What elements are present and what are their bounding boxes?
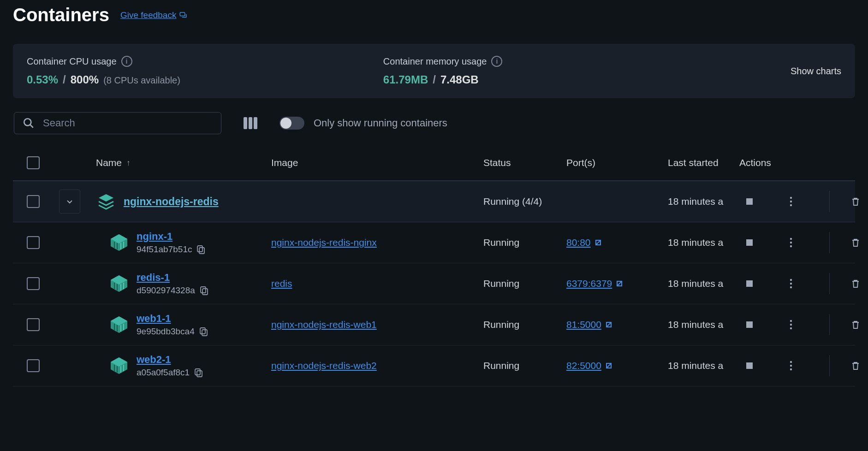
info-icon[interactable]: i bbox=[121, 56, 132, 67]
action-divider bbox=[829, 191, 830, 212]
svg-point-12 bbox=[790, 320, 792, 322]
row-checkbox[interactable] bbox=[27, 277, 40, 290]
search-box[interactable] bbox=[14, 112, 221, 134]
trash-icon bbox=[850, 196, 861, 207]
stop-button[interactable] bbox=[739, 232, 760, 253]
port-link[interactable]: 80:80 bbox=[566, 237, 602, 248]
sort-up-icon[interactable]: ↑ bbox=[126, 158, 131, 168]
status-text: Running bbox=[483, 237, 566, 248]
open-external-icon bbox=[605, 321, 612, 328]
delete-button[interactable] bbox=[845, 315, 866, 335]
last-started-text: 18 minutes a bbox=[668, 237, 739, 248]
port-link[interactable]: 6379:6379 bbox=[566, 278, 623, 289]
columns-button[interactable] bbox=[241, 114, 260, 132]
table-row: redis-1d5902974328aredisRunning6379:6379… bbox=[13, 263, 855, 304]
table-row: web2-1a05a0f5af8c1nginx-nodejs-redis-web… bbox=[13, 345, 855, 386]
copy-icon[interactable] bbox=[200, 286, 208, 296]
col-name[interactable]: Name bbox=[96, 157, 122, 168]
action-divider bbox=[829, 355, 830, 376]
last-started-text: 18 minutes a bbox=[668, 278, 739, 289]
delete-button[interactable] bbox=[845, 356, 866, 376]
stop-button[interactable] bbox=[739, 356, 760, 376]
container-icon bbox=[109, 232, 129, 253]
more-menu-button[interactable] bbox=[781, 273, 801, 294]
row-checkbox[interactable] bbox=[27, 359, 40, 372]
copy-icon[interactable] bbox=[196, 245, 205, 255]
container-icon bbox=[109, 273, 129, 294]
cpu-total: 800% bbox=[71, 73, 99, 86]
copy-icon[interactable] bbox=[194, 368, 203, 378]
search-input[interactable] bbox=[43, 117, 213, 129]
action-divider bbox=[829, 232, 830, 253]
row-checkbox[interactable] bbox=[27, 318, 40, 331]
container-name-link[interactable]: web1-1 bbox=[137, 313, 208, 325]
col-ports[interactable]: Port(s) bbox=[566, 157, 668, 168]
expand-button[interactable] bbox=[59, 190, 80, 214]
chevron-down-icon bbox=[66, 198, 73, 205]
search-icon bbox=[23, 117, 35, 129]
containers-table: Name ↑ Image Status Port(s) Last started… bbox=[13, 145, 855, 386]
svg-point-11 bbox=[790, 286, 792, 288]
col-last-started[interactable]: Last started bbox=[668, 157, 739, 168]
memory-total: 7.48GB bbox=[440, 73, 479, 86]
image-link[interactable]: nginx-nodejs-redis-nginx bbox=[271, 237, 377, 248]
port-link[interactable]: 82:5000 bbox=[566, 360, 612, 371]
stats-bar: Container CPU usage i 0.53% / 800% (8 CP… bbox=[13, 44, 855, 98]
running-only-toggle[interactable] bbox=[279, 117, 304, 130]
stop-button[interactable] bbox=[739, 273, 760, 294]
cpu-label: Container CPU usage bbox=[27, 56, 117, 67]
container-icon bbox=[109, 315, 129, 335]
toggle-knob bbox=[280, 118, 291, 129]
container-name-link[interactable]: web2-1 bbox=[137, 354, 203, 366]
copy-icon[interactable] bbox=[199, 327, 208, 337]
col-actions: Actions bbox=[739, 157, 868, 168]
port-link[interactable]: 81:5000 bbox=[566, 319, 612, 330]
more-menu-button[interactable] bbox=[781, 191, 801, 212]
container-hash: d5902974328a bbox=[137, 285, 195, 296]
give-feedback-link[interactable]: Give feedback bbox=[120, 10, 187, 20]
more-vertical-icon bbox=[790, 361, 792, 371]
trash-icon bbox=[850, 279, 861, 289]
page-title: Containers bbox=[13, 5, 109, 25]
image-link[interactable]: redis bbox=[271, 278, 292, 289]
more-menu-button[interactable] bbox=[781, 356, 801, 376]
more-menu-button[interactable] bbox=[781, 232, 801, 253]
feedback-icon bbox=[179, 11, 187, 19]
info-icon[interactable]: i bbox=[491, 56, 502, 67]
col-image[interactable]: Image bbox=[271, 157, 483, 168]
select-all-checkbox[interactable] bbox=[27, 156, 40, 169]
col-status[interactable]: Status bbox=[483, 157, 566, 168]
svg-point-17 bbox=[790, 368, 792, 370]
delete-button[interactable] bbox=[845, 273, 866, 294]
show-charts-button[interactable]: Show charts bbox=[791, 66, 841, 77]
group-name-link[interactable]: nginx-nodejs-redis bbox=[124, 196, 219, 208]
status-text: Running bbox=[483, 278, 566, 289]
container-name-link[interactable]: nginx-1 bbox=[137, 231, 205, 243]
open-external-icon bbox=[616, 280, 623, 287]
delete-button[interactable] bbox=[845, 191, 866, 212]
stop-icon bbox=[746, 280, 753, 287]
container-hash: a05a0f5af8c1 bbox=[137, 368, 190, 378]
svg-point-3 bbox=[790, 197, 792, 199]
svg-point-8 bbox=[790, 245, 792, 247]
svg-point-9 bbox=[790, 279, 792, 281]
stop-button[interactable] bbox=[739, 191, 760, 212]
svg-point-1 bbox=[24, 119, 31, 125]
delete-button[interactable] bbox=[845, 232, 866, 253]
more-menu-button[interactable] bbox=[781, 315, 801, 335]
image-link[interactable]: nginx-nodejs-redis-web2 bbox=[271, 360, 377, 371]
trash-icon bbox=[850, 361, 861, 371]
row-checkbox[interactable] bbox=[27, 236, 40, 249]
stop-button[interactable] bbox=[739, 315, 760, 335]
stop-icon bbox=[746, 239, 753, 246]
table-header: Name ↑ Image Status Port(s) Last started… bbox=[13, 145, 855, 181]
cpu-note: (8 CPUs available) bbox=[103, 75, 180, 86]
cpu-stat: Container CPU usage i 0.53% / 800% (8 CP… bbox=[27, 56, 180, 86]
svg-point-4 bbox=[790, 201, 792, 202]
feedback-label: Give feedback bbox=[120, 10, 176, 20]
container-name-link[interactable]: redis-1 bbox=[137, 272, 208, 284]
row-checkbox[interactable] bbox=[27, 195, 40, 208]
image-link[interactable]: nginx-nodejs-redis-web1 bbox=[271, 319, 377, 330]
svg-point-5 bbox=[790, 204, 792, 206]
more-vertical-icon bbox=[790, 237, 792, 248]
